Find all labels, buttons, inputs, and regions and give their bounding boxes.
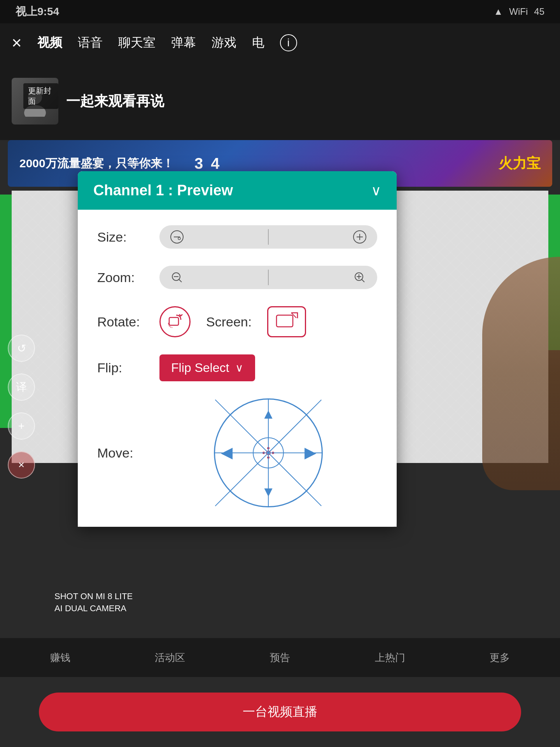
- translate-icon: 译: [16, 380, 27, 395]
- screen-label: Screen:: [206, 314, 252, 330]
- zoom-control-content: [159, 266, 377, 289]
- svg-rect-16: [276, 315, 293, 327]
- rotate-left-icon: ↺: [17, 342, 26, 355]
- zoom-slider: [159, 266, 377, 289]
- info-icon: i: [287, 37, 290, 49]
- left-icon-rotate[interactable]: ↺: [8, 335, 35, 362]
- bg-content: 更新封面 一起来观看再说 2000万流量盛宴，只等你来！ 3 4 火力宝 ↺ 译…: [0, 62, 560, 747]
- profile-title: 一起来观看再说: [66, 92, 164, 111]
- watermark-line1: SHOT ON MI 8 LITE: [54, 591, 133, 603]
- close-small-icon: ×: [18, 459, 24, 471]
- move-up-button[interactable]: ▲: [261, 406, 275, 422]
- bottom-nav-activity[interactable]: 活动区: [155, 651, 185, 665]
- size-label: Size:: [97, 230, 159, 245]
- activity-label: 活动区: [155, 652, 185, 663]
- dialog-title: Channel 1 : Preview: [93, 182, 233, 199]
- close-button[interactable]: ×: [12, 33, 22, 53]
- size-control-content: [159, 225, 377, 249]
- move-control-content: ▲ ▼ ◀ ▶: [159, 398, 377, 507]
- size-control-row: Size:: [97, 225, 377, 249]
- size-slider: [159, 225, 377, 249]
- app-topbar: × 视频 语音 聊天室 弹幕 游戏 电 i: [0, 23, 560, 62]
- watermark-line2: AI DUAL CAMERA: [54, 603, 133, 615]
- banner-text: 2000万流量盛宴，只等你来！: [19, 156, 174, 172]
- cta-label: 一台视频直播: [243, 703, 317, 721]
- left-icon-add[interactable]: +: [8, 412, 35, 440]
- bottom-nav-more[interactable]: 更多: [490, 651, 510, 665]
- flip-select-button[interactable]: Flip Select ∨: [159, 354, 255, 381]
- flip-select-label: Flip Select: [171, 361, 229, 375]
- dialog-panel: Channel 1 : Preview ∨ Size:: [78, 171, 397, 527]
- add-icon: +: [18, 420, 24, 432]
- status-icons: ▲ WiFi 45: [494, 6, 544, 17]
- banner-logo: 火力宝: [499, 154, 541, 173]
- nav-electric[interactable]: 电: [252, 34, 264, 51]
- bottom-nav-trending[interactable]: 上热门: [375, 651, 405, 665]
- nav-games[interactable]: 游戏: [212, 34, 236, 51]
- update-cover-button[interactable]: 更新封面: [23, 83, 58, 109]
- zoom-label: Zoom:: [97, 270, 159, 285]
- bottom-nav-preview[interactable]: 预告: [270, 651, 290, 665]
- trending-label: 上热门: [375, 652, 405, 663]
- rotate-row: Screen:: [159, 306, 306, 337]
- zoom-control-row: Zoom:: [97, 266, 377, 289]
- dialog-header: Channel 1 : Preview ∨: [78, 171, 397, 210]
- flip-chevron-icon: ∨: [235, 361, 243, 374]
- cta-button[interactable]: SHOT ON MI 8 LITE AI DUAL CAMERA 一台视频直播: [39, 693, 521, 731]
- svg-line-14: [362, 279, 364, 282]
- rotate-control-row: Rotate: Screen:: [97, 306, 377, 337]
- svg-rect-15: [169, 317, 178, 325]
- status-bar: 视上9:54 ▲ WiFi 45: [0, 0, 560, 23]
- banner-num1: 3: [194, 155, 203, 172]
- nav-voice[interactable]: 语音: [78, 34, 103, 51]
- bottom-nav-earn[interactable]: 赚钱: [50, 651, 70, 665]
- status-time: 视上9:54: [16, 4, 59, 19]
- dialog-chevron-icon[interactable]: ∨: [371, 182, 381, 199]
- zoom-decrease-button[interactable]: [167, 268, 187, 287]
- svg-point-4: [178, 237, 180, 240]
- banner-numbers: 3 4: [194, 155, 220, 172]
- rotate-control-content: Screen:: [159, 306, 377, 337]
- svg-line-10: [179, 279, 182, 282]
- flip-control-content: Flip Select ∨: [159, 354, 377, 381]
- profile-section: 更新封面 一起来观看再说: [0, 62, 560, 140]
- earn-label: 赚钱: [50, 652, 70, 663]
- move-right-button[interactable]: ▶: [304, 445, 315, 461]
- signal-icon: ▲: [494, 6, 503, 17]
- rotate-button[interactable]: [159, 306, 191, 337]
- nav-chatroom[interactable]: 聊天室: [118, 34, 156, 51]
- flip-label: Flip:: [97, 360, 159, 375]
- joystick-container: ▲ ▼ ◀ ▶: [214, 398, 323, 507]
- joystick-circle: ▲ ▼ ◀ ▶: [214, 398, 323, 507]
- preview-label: 预告: [270, 652, 290, 663]
- size-decrease-button[interactable]: [167, 227, 187, 247]
- banner-num2: 4: [211, 155, 219, 172]
- screen-button[interactable]: [267, 306, 306, 337]
- move-down-button[interactable]: ▼: [261, 484, 275, 500]
- size-slider-divider: [268, 229, 269, 245]
- left-icons: ↺ 译 + ×: [8, 335, 35, 479]
- shot-watermark: SHOT ON MI 8 LITE AI DUAL CAMERA: [54, 591, 133, 615]
- more-label: 更多: [490, 652, 510, 663]
- size-increase-button[interactable]: [350, 227, 369, 247]
- zoom-increase-button[interactable]: [350, 268, 369, 287]
- move-control-row: Move: ▲ ▼ ◀ ▶: [97, 398, 377, 507]
- nav-danmu[interactable]: 弹幕: [171, 34, 196, 51]
- nav-video[interactable]: 视频: [37, 34, 62, 51]
- battery-text: 45: [534, 6, 544, 17]
- flip-control-row: Flip: Flip Select ∨: [97, 354, 377, 381]
- zoom-slider-divider: [268, 270, 269, 285]
- move-left-button[interactable]: ◀: [221, 445, 232, 461]
- left-icon-close-small[interactable]: ×: [8, 451, 35, 479]
- move-label: Move:: [97, 445, 159, 461]
- info-button[interactable]: i: [280, 34, 297, 51]
- dialog-body: Size:: [78, 210, 397, 527]
- left-icon-translate[interactable]: 译: [8, 374, 35, 401]
- wifi-icon: WiFi: [509, 6, 528, 17]
- rotate-label: Rotate:: [97, 314, 159, 330]
- bottom-nav: 赚钱 活动区 预告 上热门 更多: [0, 638, 560, 677]
